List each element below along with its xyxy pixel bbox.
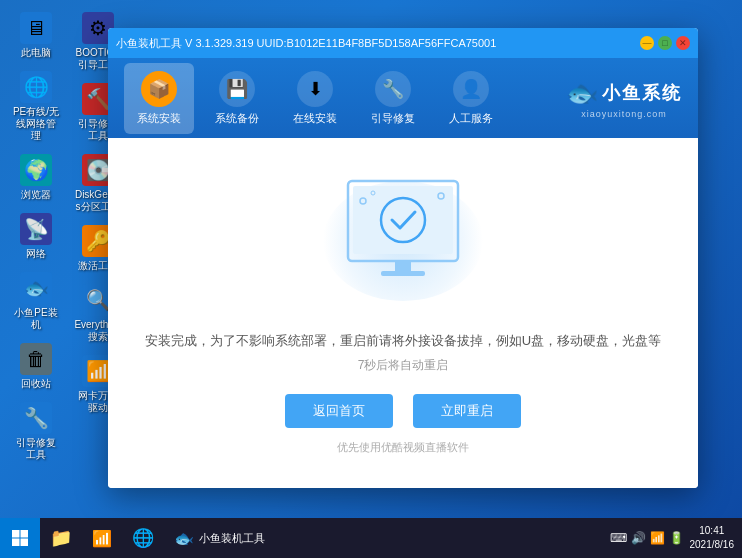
minimize-button[interactable]: —	[640, 36, 654, 50]
taskbar-file-explorer[interactable]: 📁	[40, 518, 82, 558]
tab-system-backup[interactable]: 💾 系统备份	[202, 63, 272, 134]
tab-online-label: 在线安装	[293, 111, 337, 126]
tab-service-icon: 👤	[453, 71, 489, 107]
desktop-icon-label: 此电脑	[21, 47, 51, 59]
taskbar-right-area: ⌨ 🔊 📶 🔋 10:41 2021/8/16	[602, 518, 743, 558]
desktop-icon-network[interactable]: 📡 网络	[8, 209, 64, 264]
maximize-button[interactable]: □	[658, 36, 672, 50]
svg-rect-10	[12, 539, 20, 547]
restart-button[interactable]: 立即重启	[413, 394, 521, 428]
keyboard-tray-icon: ⌨	[610, 531, 627, 545]
success-illustration	[313, 171, 493, 311]
nav-tabs: 📦 系统安装 💾 系统备份 ⬇ 在线安装 🔧 引导修复 👤 人工服务	[124, 63, 558, 134]
tab-install-icon: 📦	[141, 71, 177, 107]
tab-manual-service[interactable]: 👤 人工服务	[436, 63, 506, 134]
svg-rect-11	[21, 539, 29, 547]
desktop-icon-label: 引导修复工具	[12, 437, 60, 461]
desktop-icon-label: 浏览器	[21, 189, 51, 201]
taskbar-network-icon[interactable]: 📶	[82, 518, 122, 558]
tab-backup-label: 系统备份	[215, 111, 259, 126]
clock-time: 10:41	[690, 524, 735, 538]
return-home-button[interactable]: 返回首页	[285, 394, 393, 428]
tab-service-label: 人工服务	[449, 111, 493, 126]
logo-en-text: xiaoyuxitong.com	[581, 109, 667, 119]
fish-icon: 🐟	[566, 78, 598, 109]
tab-online-install[interactable]: ⬇ 在线安装	[280, 63, 350, 134]
taskbar-edge-browser[interactable]: 🌐	[122, 518, 164, 558]
tab-system-install[interactable]: 📦 系统安装	[124, 63, 194, 134]
network-tray-icon: 📶	[650, 531, 665, 545]
system-tray: ⌨ 🔊 📶 🔋	[610, 531, 684, 545]
tab-online-icon: ⬇	[297, 71, 333, 107]
xiaoyu-taskbar-icon: 🐟	[174, 529, 194, 548]
close-button[interactable]: ✕	[676, 36, 690, 50]
svg-rect-9	[21, 530, 29, 538]
action-buttons: 返回首页 立即重启	[285, 394, 521, 428]
windows-logo-icon	[11, 529, 29, 547]
network-icon: 📶	[92, 529, 112, 548]
xiaoyu-taskbar-label: 小鱼装机工具	[199, 531, 265, 546]
desktop-icon-browser[interactable]: 🌍 浏览器	[8, 150, 64, 205]
desktop-icon-pe[interactable]: 🌐 PE有线/无线网络管理	[8, 67, 64, 146]
folder-icon: 📁	[50, 527, 72, 549]
app-content: 安装完成，为了不影响系统部署，重启前请将外接设备拔掉，例如U盘，移动硬盘，光盘等…	[108, 138, 698, 488]
speaker-tray-icon: 🔊	[631, 531, 646, 545]
monitor-svg	[323, 171, 483, 301]
window-controls: — □ ✕	[640, 36, 690, 50]
logo-cn-text: 小鱼系统	[602, 81, 682, 105]
desktop: 🖥 此电脑 🌐 PE有线/无线网络管理 🌍 浏览器 📡 网络 🐟 小鱼PE装机 …	[0, 0, 742, 558]
window-title: 小鱼装机工具 V 3.1.329.319 UUID:B1012E11B4F8BF…	[116, 36, 640, 51]
tab-guide-icon: 🔧	[375, 71, 411, 107]
tab-boot-repair[interactable]: 🔧 引导修复	[358, 63, 428, 134]
desktop-icon-label: 网络	[26, 248, 46, 260]
title-bar: 小鱼装机工具 V 3.1.329.319 UUID:B1012E11B4F8BF…	[108, 28, 698, 58]
start-button[interactable]	[0, 518, 40, 558]
desktop-icon-guide[interactable]: 🔧 引导修复工具	[8, 398, 64, 465]
desktop-icon-pc[interactable]: 🖥 此电脑	[8, 8, 64, 63]
svg-rect-4	[381, 271, 425, 276]
taskbar: 📁 📶 🌐 🐟 小鱼装机工具 ⌨ 🔊 📶 🔋 10:41 2021/8/16	[0, 518, 742, 558]
taskbar-xiaoyu-tool[interactable]: 🐟 小鱼装机工具	[164, 518, 275, 558]
desktop-icon-label: PE有线/无线网络管理	[12, 106, 60, 142]
clock-date: 2021/8/16	[690, 538, 735, 552]
svg-rect-8	[12, 530, 20, 538]
app-logo: 🐟 小鱼系统 xiaoyuxitong.com	[566, 78, 682, 119]
tab-backup-icon: 💾	[219, 71, 255, 107]
edge-icon: 🌐	[132, 527, 154, 549]
countdown-text: 7秒后将自动重启	[358, 357, 449, 374]
desktop-icon-xiaoyu[interactable]: 🐟 小鱼PE装机	[8, 268, 64, 335]
taskbar-clock[interactable]: 10:41 2021/8/16	[690, 524, 735, 552]
app-header: 📦 系统安装 💾 系统备份 ⬇ 在线安装 🔧 引导修复 👤 人工服务	[108, 58, 698, 138]
tab-guide-label: 引导修复	[371, 111, 415, 126]
battery-tray-icon: 🔋	[669, 531, 684, 545]
desktop-icon-label: 小鱼PE装机	[12, 307, 60, 331]
promo-text: 优先使用优酷视频直播软件	[337, 440, 469, 455]
install-complete-message: 安装完成，为了不影响系统部署，重启前请将外接设备拔掉，例如U盘，移动硬盘，光盘等	[145, 331, 661, 352]
desktop-icon-recycle[interactable]: 🗑 回收站	[8, 339, 64, 394]
desktop-icon-label: 回收站	[21, 378, 51, 390]
app-window: 小鱼装机工具 V 3.1.329.319 UUID:B1012E11B4F8BF…	[108, 28, 698, 488]
tab-install-label: 系统安装	[137, 111, 181, 126]
